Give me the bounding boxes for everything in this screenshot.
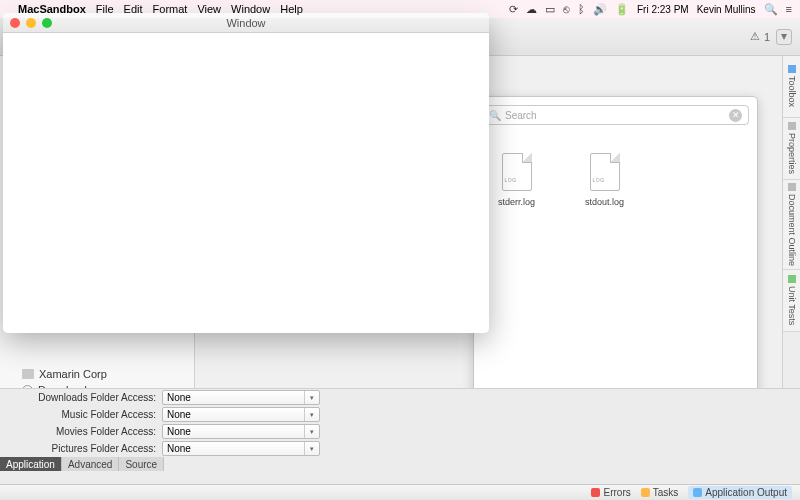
sync-icon[interactable]: ⟳ [509,3,518,16]
option-label: Movies Folder Access: [12,426,162,437]
menubar-clock[interactable]: Fri 2:23 PM [637,4,689,15]
tab-document-outline[interactable]: Document Outline [783,180,800,270]
options-tabs: Application Advanced Source [0,457,800,471]
spotlight-icon[interactable]: 🔍 [764,3,778,16]
battery-icon[interactable]: 🔋 [615,3,629,16]
menu-edit[interactable]: Edit [124,3,143,15]
warning-icon: ⚠ [750,30,760,43]
sidebar-item[interactable]: Xamarin Corp [0,366,194,382]
chevron-down-icon: ▾ [304,391,319,404]
menu-format[interactable]: Format [153,3,188,15]
bluetooth-icon[interactable]: ᛒ [578,3,585,15]
window-title: Window [3,17,489,29]
properties-icon [788,122,796,130]
file-item[interactable]: LOG stderr.log [498,153,535,207]
option-dropdown[interactable]: None▾ [162,424,320,439]
notification-center-icon[interactable]: ≡ [786,3,792,15]
tab-unit-tests[interactable]: Unit Tests [783,270,800,332]
menu-file[interactable]: File [96,3,114,15]
tab-application[interactable]: Application [0,457,62,471]
app-window: Window [3,13,489,333]
folder-icon [22,369,34,379]
notification-area: ⚠ 1 [750,30,770,43]
chevron-down-icon: ▾ [304,442,319,455]
status-tasks[interactable]: Tasks [641,487,679,498]
panel-toggle-button[interactable]: ▾ [776,29,792,45]
file-icon: LOG [590,153,620,191]
output-icon [693,488,702,497]
tab-source[interactable]: Source [119,457,164,471]
tab-toolbox[interactable]: Toolbox [783,56,800,118]
tab-advanced[interactable]: Advanced [62,457,119,471]
chevron-down-icon: ▾ [304,408,319,421]
file-name: stderr.log [498,197,535,207]
tab-properties[interactable]: Properties [783,118,800,180]
option-label: Pictures Folder Access: [12,443,162,454]
file-name: stdout.log [585,197,624,207]
toolbox-icon [788,65,796,73]
search-icon: 🔍 [489,110,501,121]
tests-icon [788,275,796,283]
menu-view[interactable]: View [197,3,221,15]
menu-help[interactable]: Help [280,3,303,15]
errors-icon [591,488,600,497]
warning-count: 1 [764,31,770,43]
clear-search-button[interactable]: ✕ [729,109,742,122]
finder-search[interactable]: 🔍 Search ✕ [482,105,749,125]
option-dropdown[interactable]: None▾ [162,407,320,422]
status-app-output[interactable]: Application Output [688,486,792,499]
menubar-user[interactable]: Kevin Mullins [697,4,756,15]
display-icon[interactable]: ▭ [545,3,555,16]
status-errors[interactable]: Errors [591,487,630,498]
chevron-down-icon: ▾ [304,425,319,438]
option-label: Music Folder Access: [12,409,162,420]
ide-status-bar: Errors Tasks Application Output [0,484,800,500]
menu-window[interactable]: Window [231,3,270,15]
search-placeholder: Search [505,110,537,121]
system-menubar: MacSandbox File Edit Format View Window … [0,0,800,18]
option-label: Downloads Folder Access: [12,392,162,403]
outline-icon [788,183,796,191]
app-name[interactable]: MacSandbox [18,3,86,15]
volume-icon[interactable]: 🔊 [593,3,607,16]
wifi-icon[interactable]: ⎋ [563,3,570,15]
option-dropdown[interactable]: None▾ [162,441,320,456]
option-dropdown[interactable]: None▾ [162,390,320,405]
tasks-icon [641,488,650,497]
cloud-icon[interactable]: ☁ [526,3,537,16]
file-item[interactable]: LOG stdout.log [585,153,624,207]
file-icon: LOG [502,153,532,191]
